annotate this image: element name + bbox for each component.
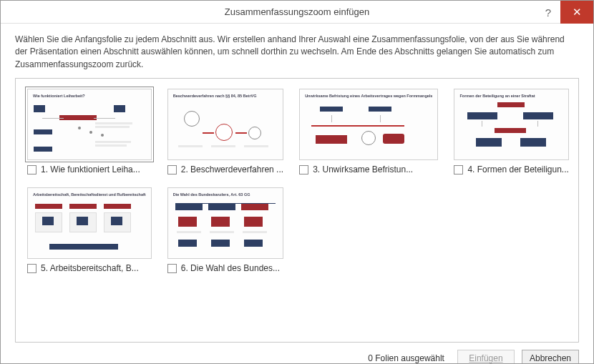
slide-thumb-4[interactable]: Formen der Beteiligung an einer Straftat [454, 89, 568, 160]
slide-panel: Wie funktioniert Leiharbeit? 1. Wie funk… [15, 78, 579, 343]
slide-caption-3: 3. Unwirksame Befristun... [313, 164, 413, 174]
thumb-title: Die Wahl des Bundeskanzlers, Art. 63 GG [173, 192, 278, 197]
slide-checkbox-2[interactable] [167, 165, 177, 174]
slide-item-1[interactable]: Wie funktioniert Leiharbeit? 1. Wie funk… [27, 89, 152, 174]
cancel-button-label: Abbrechen [530, 353, 571, 363]
slide-item-3[interactable]: Unwirksame Befristung eines Arbeitsvertr… [299, 89, 438, 174]
slide-caption-6: 6. Die Wahl des Bundes... [181, 263, 280, 273]
thumb-title: Wie funktioniert Leiharbeit? [33, 94, 146, 98]
slide-thumb-6[interactable]: Die Wahl des Bundeskanzlers, Art. 63 GG [167, 187, 283, 259]
insert-button[interactable]: Einfügen [457, 350, 515, 364]
thumb-title: Unwirksame Befristung eines Arbeitsvertr… [305, 94, 432, 98]
slide-checkbox-3[interactable] [299, 165, 308, 174]
intro-text: Wählen Sie die Anfangsfolie zu jedem Abs… [1, 24, 593, 78]
titlebar: Zusammenfassungszoom einfügen ? ✕ [1, 1, 593, 24]
close-button[interactable]: ✕ [560, 1, 593, 24]
thumb-title: Arbeitsbereitschaft, Bereitschaftsdienst… [33, 192, 146, 197]
slide-caption-5: 5. Arbeitsbereitschaft, B... [41, 263, 139, 273]
thumb-title: Beschwerdeverfahren nach §§ 84, 85 BetrV… [173, 94, 278, 98]
dialog-title: Zusammenfassungszoom einfügen [225, 6, 369, 17]
slide-checkbox-6[interactable] [167, 264, 177, 273]
slide-caption-2: 2. Beschwerdeverfahren ... [181, 164, 283, 174]
insert-button-label: Einfügen [469, 353, 502, 363]
thumb-title: Formen der Beteiligung an einer Straftat [459, 94, 563, 98]
slide-item-2[interactable]: Beschwerdeverfahren nach §§ 84, 85 BetrV… [167, 89, 283, 174]
slide-checkbox-1[interactable] [27, 165, 36, 174]
cancel-button[interactable]: Abbrechen [522, 350, 579, 364]
slide-thumb-5[interactable]: Arbeitsbereitschaft, Bereitschaftsdienst… [27, 187, 152, 259]
slide-item-5[interactable]: Arbeitsbereitschaft, Bereitschaftsdienst… [27, 187, 152, 273]
slide-grid: Wie funktioniert Leiharbeit? 1. Wie funk… [27, 89, 567, 273]
slide-thumb-3[interactable]: Unwirksame Befristung eines Arbeitsvertr… [299, 89, 438, 160]
selection-status: 0 Folien ausgewählt [368, 353, 444, 363]
help-button[interactable]: ? [536, 1, 560, 24]
slide-caption-4: 4. Formen der Beteiligun... [467, 164, 568, 174]
window-buttons: ? ✕ [536, 1, 593, 23]
slide-thumb-1[interactable]: Wie funktioniert Leiharbeit? [27, 89, 152, 160]
slide-caption-1: 1. Wie funktioniert Leiha... [41, 164, 140, 174]
slide-checkbox-5[interactable] [27, 264, 36, 273]
slide-item-6[interactable]: Die Wahl des Bundeskanzlers, Art. 63 GG … [167, 187, 283, 273]
dialog-footer: 0 Folien ausgewählt Einfügen Abbrechen [1, 343, 593, 364]
slide-thumb-2[interactable]: Beschwerdeverfahren nach §§ 84, 85 BetrV… [167, 89, 283, 160]
slide-item-4[interactable]: Formen der Beteiligung an einer Straftat… [454, 89, 568, 174]
slide-checkbox-4[interactable] [454, 165, 463, 174]
